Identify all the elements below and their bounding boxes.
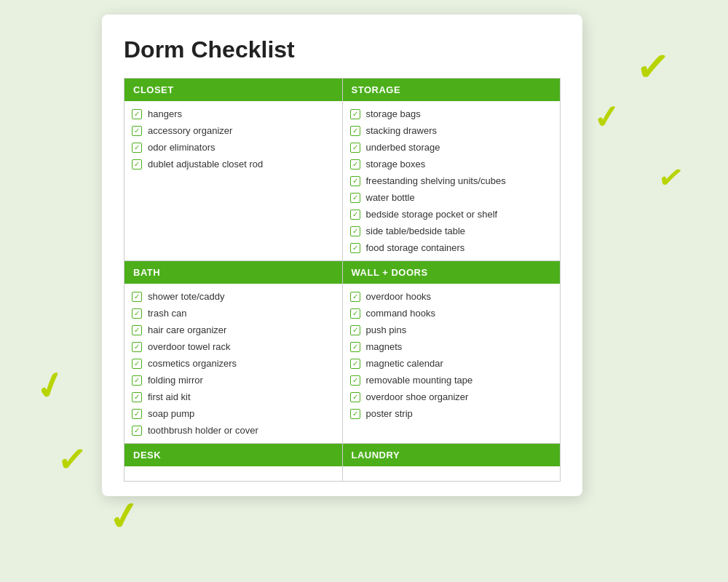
checkbox-icon[interactable] <box>350 109 360 119</box>
checkbox-icon[interactable] <box>350 409 360 419</box>
desk-header: DESK <box>124 444 342 466</box>
list-item: food storage containers <box>349 239 555 256</box>
wall-doors-list: overdoor hooks command hooks push pins m… <box>343 284 561 426</box>
list-item: storage boxes <box>349 156 555 172</box>
list-item: command hooks <box>349 305 555 322</box>
list-item: poster strip <box>349 405 555 422</box>
section-bath-wall-items: shower tote/caddy trash can hair care or… <box>124 284 561 444</box>
checkbox-icon[interactable] <box>350 308 360 319</box>
list-item: freestanding shelving units/cubes <box>349 172 555 189</box>
main-card: Dorm Checklist CLOSET STORAGE hangers ac… <box>102 15 582 496</box>
list-item: soap pump <box>130 405 336 422</box>
decoration-check-2: ✓ <box>592 97 622 136</box>
checkbox-icon[interactable] <box>132 426 142 436</box>
list-item: trash can <box>130 305 336 322</box>
checkbox-icon[interactable] <box>350 325 360 335</box>
decoration-check-4: ✓ <box>30 362 71 411</box>
checkbox-icon[interactable] <box>132 375 142 386</box>
checkbox-icon[interactable] <box>132 342 142 352</box>
list-item: magnetic calendar <box>349 355 555 372</box>
checkbox-icon[interactable] <box>132 392 142 402</box>
decoration-check-6: ✓ <box>105 493 143 541</box>
bath-list: shower tote/caddy trash can hair care or… <box>124 284 342 443</box>
decoration-check-5: ✓ <box>55 438 88 481</box>
checkbox-icon[interactable] <box>350 210 360 220</box>
list-item: overdoor shoe organizer <box>349 388 555 405</box>
checkbox-icon[interactable] <box>132 292 142 302</box>
list-item: magnets <box>349 338 555 355</box>
checkbox-icon[interactable] <box>132 325 142 335</box>
list-item: removable mounting tape <box>349 372 555 388</box>
list-item: push pins <box>349 322 555 338</box>
checkbox-icon[interactable] <box>350 193 360 203</box>
decoration-check-3: ✓ <box>654 158 686 197</box>
list-item: water bottle <box>349 189 555 206</box>
checkbox-icon[interactable] <box>132 308 142 319</box>
decoration-check-1: ✓ <box>633 42 671 92</box>
section-desk-laundry-items <box>124 466 561 481</box>
list-item: odor eliminators <box>130 139 336 156</box>
section-bath-wall-header: BATH WALL + DOORS <box>124 261 561 284</box>
closet-header: CLOSET <box>124 79 342 101</box>
wall-doors-header: WALL + DOORS <box>343 261 561 284</box>
checkbox-icon[interactable] <box>350 375 360 386</box>
checkbox-icon[interactable] <box>350 226 360 236</box>
list-item: cosmetics organizers <box>130 355 336 372</box>
page-title: Dorm Checklist <box>124 36 561 63</box>
checkbox-icon[interactable] <box>132 126 142 136</box>
list-item: underbed storage <box>349 139 555 156</box>
checkbox-icon[interactable] <box>132 143 142 153</box>
section-closet-storage-header: CLOSET STORAGE <box>124 79 561 102</box>
checkbox-icon[interactable] <box>350 143 360 153</box>
checkbox-icon[interactable] <box>132 409 142 419</box>
list-item: overdoor hooks <box>349 288 555 305</box>
checklist-table: CLOSET STORAGE hangers accessory organiz… <box>124 78 561 482</box>
checkbox-icon[interactable] <box>350 159 360 170</box>
bath-header: BATH <box>124 261 342 284</box>
list-item: overdoor towel rack <box>130 338 336 355</box>
laundry-header: LAUNDRY <box>343 444 561 466</box>
list-item: side table/bedside table <box>349 223 555 239</box>
list-item: toothbrush holder or cover <box>130 422 336 439</box>
list-item: hangers <box>130 105 336 122</box>
storage-header: STORAGE <box>343 79 561 101</box>
checkbox-icon[interactable] <box>132 359 142 369</box>
list-item: folding mirror <box>130 372 336 388</box>
list-item: dublet adjustable closet rod <box>130 156 336 172</box>
closet-list: hangers accessory organizer odor elimina… <box>124 101 342 177</box>
list-item: accessory organizer <box>130 122 336 139</box>
checkbox-icon[interactable] <box>350 359 360 369</box>
checkbox-icon[interactable] <box>350 243 360 253</box>
storage-list: storage bags stacking drawers underbed s… <box>343 101 561 260</box>
checkbox-icon[interactable] <box>350 292 360 302</box>
list-item: first aid kit <box>130 388 336 405</box>
checkbox-icon[interactable] <box>132 159 142 170</box>
list-item: stacking drawers <box>349 122 555 139</box>
checkbox-icon[interactable] <box>132 109 142 119</box>
list-item: storage bags <box>349 105 555 122</box>
checkbox-icon[interactable] <box>350 176 360 186</box>
checkbox-icon[interactable] <box>350 342 360 352</box>
checkbox-icon[interactable] <box>350 126 360 136</box>
section-closet-storage-items: hangers accessory organizer odor elimina… <box>124 101 561 261</box>
checkbox-icon[interactable] <box>350 392 360 402</box>
list-item: shower tote/caddy <box>130 288 336 305</box>
list-item: bedside storage pocket or shelf <box>349 206 555 223</box>
list-item: hair care organizer <box>130 322 336 338</box>
section-desk-laundry-header: DESK LAUNDRY <box>124 444 561 467</box>
